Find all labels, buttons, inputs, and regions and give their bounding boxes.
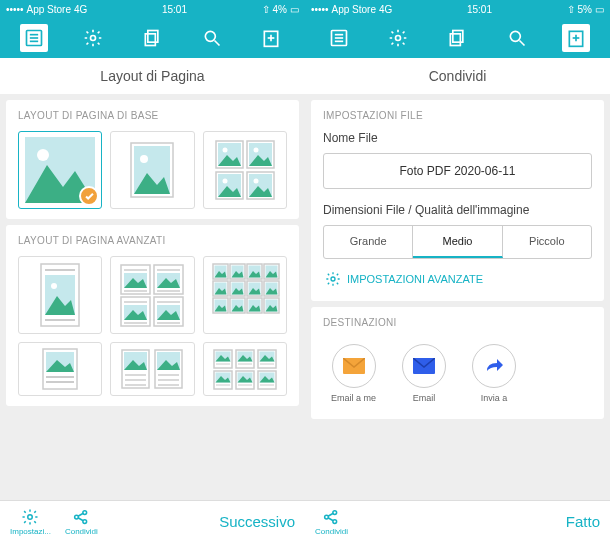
svg-rect-5 [148,31,158,43]
svg-rect-118 [451,34,461,46]
svg-line-110 [78,513,83,516]
svg-line-120 [519,41,524,46]
svg-line-111 [78,517,83,520]
dest-email[interactable]: Email [402,344,446,403]
bottom-share[interactable]: Condividi [65,508,98,536]
size-segment: Grande Medio Piccolo [323,225,592,259]
svg-point-25 [222,179,227,184]
svg-point-7 [205,31,215,41]
battery-icon: ▭ [595,4,604,15]
layout-2up[interactable] [110,131,194,209]
svg-rect-117 [453,31,463,43]
svg-rect-6 [146,34,156,46]
mail-icon [413,358,435,374]
svg-line-131 [328,517,333,520]
toolbar [305,18,610,58]
network: 4G [74,4,87,15]
check-icon [79,186,99,206]
content: IMPOSTAZIONI FILE Nome File Foto PDF 202… [305,94,610,542]
svg-line-8 [214,41,219,46]
tab-settings[interactable] [79,24,107,52]
page-title: Condividi [305,58,610,94]
tab-search[interactable] [503,24,531,52]
back-app[interactable]: App Store [27,4,71,15]
status-bar: •••••App Store4G 15:01 ⇧5%▭ [305,0,610,18]
content: LAYOUT DI PAGINA DI BASE [0,94,305,542]
tab-export[interactable] [562,24,590,52]
tab-settings[interactable] [384,24,412,52]
tab-pages[interactable] [138,24,166,52]
section-advanced: LAYOUT DI PAGINA AVANZATI [18,235,287,246]
dest-emailme[interactable]: Email a me [331,344,376,403]
seg-small[interactable]: Piccolo [503,226,591,258]
layout-single-selected[interactable] [18,131,102,209]
bottom-bar: Condividi Fatto [305,500,610,542]
svg-point-13 [37,149,49,161]
svg-line-130 [328,513,333,516]
svg-point-119 [510,31,520,41]
seg-large[interactable]: Grande [324,226,413,258]
back-app[interactable]: App Store [332,4,376,15]
section-basic: LAYOUT DI PAGINA DI BASE [18,110,287,121]
filename-label: Nome File [323,131,592,145]
tab-export[interactable] [257,24,285,52]
battery-pct: 4% [273,4,287,15]
tab-layout[interactable] [325,24,353,52]
signal-icon: ••••• [311,4,329,15]
screen-share: •••••App Store4G 15:01 ⇧5%▭ Condividi IM… [305,0,610,542]
svg-point-22 [253,148,258,153]
battery-pct: 5% [578,4,592,15]
battery-icon: ▭ [290,4,299,15]
status-bar: •••••App Store4G 15:01 ⇧4%▭ [0,0,305,18]
signal-icon: ••••• [6,4,24,15]
svg-point-124 [331,277,335,281]
share-arrow-icon [483,355,505,377]
bottom-bar: Impostazi... Condividi Successivo [0,500,305,542]
layout-adv-5[interactable] [110,342,194,396]
layout-adv-1[interactable] [18,256,102,334]
layout-4up[interactable] [203,131,287,209]
network: 4G [379,4,392,15]
section-filesettings: IMPOSTAZIONI FILE [323,110,592,121]
tab-search[interactable] [198,24,226,52]
seg-medium[interactable]: Medio [413,226,502,258]
toolbar [0,18,305,58]
layout-adv-6[interactable] [203,342,287,396]
clock: 15:01 [162,4,187,15]
next-button[interactable]: Successivo [219,513,295,530]
mail-icon [343,358,365,374]
layout-adv-2[interactable] [110,256,194,334]
section-destinations: DESTINAZIONI [323,317,592,328]
screen-layout: •••••App Store4G 15:01 ⇧4%▭ Layout di Pa… [0,0,305,542]
dest-send[interactable]: Invia a [472,344,516,403]
svg-point-19 [222,148,227,153]
filename-input[interactable]: Foto PDF 2020-06-11 [323,153,592,189]
bottom-share[interactable]: Condividi [315,508,348,536]
svg-point-4 [91,36,96,41]
advanced-settings[interactable]: IMPOSTAZIONI AVANZATE [323,259,592,291]
svg-point-106 [28,514,33,519]
done-button[interactable]: Fatto [566,513,600,530]
layout-adv-3[interactable] [203,256,287,334]
layout-adv-4[interactable] [18,342,102,396]
tab-pages[interactable] [443,24,471,52]
tab-layout[interactable] [20,24,48,52]
size-label: Dimensioni File / Qualità dell'immagine [323,203,592,217]
svg-point-28 [253,179,258,184]
clock: 15:01 [467,4,492,15]
svg-point-32 [51,283,57,289]
gear-icon [325,271,341,287]
svg-point-116 [396,36,401,41]
svg-point-16 [140,155,148,163]
page-title: Layout di Pagina [0,58,305,94]
bottom-settings[interactable]: Impostazi... [10,508,51,536]
